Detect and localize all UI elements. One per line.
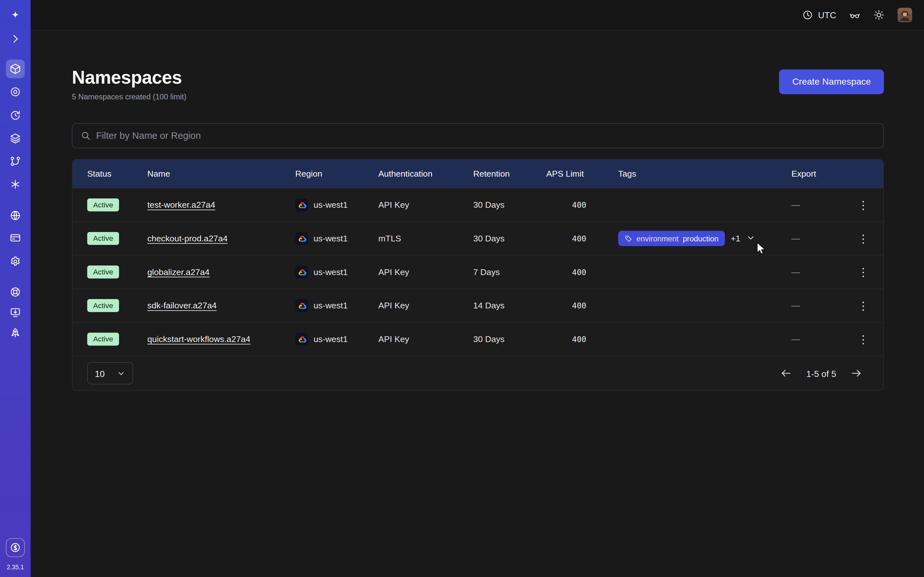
chevron-down-icon xyxy=(117,369,126,378)
page-size-select[interactable]: 10 xyxy=(87,362,133,385)
layers-icon[interactable] xyxy=(6,129,25,148)
filter-input[interactable] xyxy=(96,131,875,141)
main-content: Namespaces 5 Namespaces created (100 lim… xyxy=(31,31,924,577)
region-label: us-west1 xyxy=(313,234,348,243)
region-label: us-west1 xyxy=(313,268,348,277)
col-export: Export xyxy=(792,169,843,178)
filter-bar xyxy=(72,123,884,148)
retention-label: 30 Days xyxy=(473,334,546,343)
gcp-cloud-icon xyxy=(295,198,308,211)
page-title: Namespaces xyxy=(72,67,186,88)
row-menu-kebab-icon[interactable]: ⋮ xyxy=(853,197,874,213)
workflow-branch-icon[interactable] xyxy=(6,152,25,171)
export-value: — xyxy=(792,268,800,277)
timer-icon[interactable] xyxy=(6,106,25,125)
monitor-docs-icon[interactable] xyxy=(6,303,25,322)
create-namespace-button[interactable]: Create Namespace xyxy=(779,69,884,94)
dollar-usage-icon[interactable] xyxy=(6,538,25,557)
auth-label: API Key xyxy=(378,301,473,310)
status-badge: Active xyxy=(87,299,119,312)
search-icon xyxy=(81,131,91,141)
chevron-down-icon[interactable] xyxy=(746,233,756,244)
col-auth: Authentication xyxy=(378,169,473,178)
table-row: Active checkout-prod.a27a4 us-west1 mTLS… xyxy=(73,221,883,255)
auth-label: API Key xyxy=(378,268,473,277)
asterisk-nexus-icon[interactable] xyxy=(6,175,25,194)
col-region: Region xyxy=(295,169,378,178)
export-value: — xyxy=(792,334,800,343)
table-row: Active quickstart-workflows.a27a4 us-wes… xyxy=(73,322,883,356)
namespace-link[interactable]: sdk-failover.a27a4 xyxy=(147,301,216,310)
topbar: UTC xyxy=(31,0,924,31)
gcp-cloud-icon xyxy=(295,232,308,245)
temporal-logo-icon[interactable] xyxy=(6,6,25,25)
table-row: Active globalizer.a27a4 us-west1 API Key… xyxy=(73,255,883,288)
status-badge: Active xyxy=(87,333,119,346)
col-aps: APS Limit xyxy=(546,169,618,178)
timezone-label: UTC xyxy=(818,10,837,20)
col-name: Name xyxy=(147,169,295,178)
globe-icon[interactable] xyxy=(6,206,25,225)
table-header-row: Status Name Region Authentication Retent… xyxy=(73,160,883,188)
namespace-link[interactable]: checkout-prod.a27a4 xyxy=(147,234,228,243)
tag-key: environment xyxy=(636,234,678,243)
status-badge: Active xyxy=(87,232,119,245)
page-size-value: 10 xyxy=(95,368,105,378)
auth-label: API Key xyxy=(378,200,473,210)
billing-card-icon[interactable] xyxy=(6,229,25,247)
region-label: us-west1 xyxy=(313,200,348,210)
col-status: Status xyxy=(73,169,147,178)
retention-label: 30 Days xyxy=(473,234,546,243)
row-menu-kebab-icon[interactable]: ⋮ xyxy=(853,298,874,314)
retention-label: 7 Days xyxy=(473,268,546,277)
namespace-link[interactable]: globalizer.a27a4 xyxy=(147,268,210,277)
tag-value: production xyxy=(683,234,719,243)
target-icon[interactable] xyxy=(6,82,25,101)
gcp-cloud-icon xyxy=(295,266,308,278)
gear-icon[interactable] xyxy=(6,252,25,271)
gcp-cloud-icon xyxy=(295,299,308,312)
user-avatar[interactable] xyxy=(897,8,912,23)
next-page-arrow-icon[interactable] xyxy=(850,367,862,379)
auth-label: API Key xyxy=(378,334,473,343)
lifebuoy-support-icon[interactable] xyxy=(6,283,25,301)
namespace-link[interactable]: test-worker.a27a4 xyxy=(147,200,215,210)
pagination-range: 1-5 of 5 xyxy=(806,368,836,378)
row-menu-kebab-icon[interactable]: ⋮ xyxy=(853,230,874,247)
region-label: us-west1 xyxy=(313,334,348,343)
sun-icon xyxy=(873,9,885,21)
auth-label: mTLS xyxy=(378,234,473,243)
namespaces-table: Status Name Region Authentication Retent… xyxy=(72,159,884,391)
table-row: Active test-worker.a27a4 us-west1 API Ke… xyxy=(73,188,883,221)
status-badge: Active xyxy=(87,198,119,211)
export-value: — xyxy=(792,200,800,210)
theme-toggle[interactable] xyxy=(873,9,885,21)
col-tags: Tags xyxy=(618,169,792,178)
gcp-cloud-icon xyxy=(295,333,308,346)
col-retention: Retention xyxy=(473,169,546,178)
namespaces-cube-icon[interactable] xyxy=(6,60,25,79)
tag-more-count[interactable]: +1 xyxy=(731,234,740,243)
rocket-icon[interactable] xyxy=(6,324,25,343)
aps-limit-value: 400 xyxy=(546,334,586,343)
aps-limit-value: 400 xyxy=(546,301,586,310)
sidebar-expand-chevron-icon[interactable] xyxy=(6,29,25,48)
row-menu-kebab-icon[interactable]: ⋮ xyxy=(853,264,874,280)
export-value: — xyxy=(792,301,800,310)
pagination-bar: 10 1-5 of 5 xyxy=(73,356,883,390)
clock-icon xyxy=(802,9,813,21)
tag-icon xyxy=(625,235,632,242)
aps-limit-value: 400 xyxy=(546,200,586,210)
export-value: — xyxy=(792,234,800,243)
tag-pill[interactable]: environment production xyxy=(618,231,725,246)
aps-limit-value: 400 xyxy=(546,234,586,243)
aps-limit-value: 400 xyxy=(546,268,586,277)
row-menu-kebab-icon[interactable]: ⋮ xyxy=(853,331,874,347)
region-label: us-west1 xyxy=(313,301,348,310)
app-version: 2.35.1 xyxy=(0,564,31,571)
glasses-icon xyxy=(849,9,861,21)
timezone-selector[interactable]: UTC xyxy=(802,9,836,21)
labs-glasses-toggle[interactable] xyxy=(849,9,861,21)
prev-page-arrow-icon[interactable] xyxy=(780,367,792,379)
namespace-link[interactable]: quickstart-workflows.a27a4 xyxy=(147,334,250,343)
